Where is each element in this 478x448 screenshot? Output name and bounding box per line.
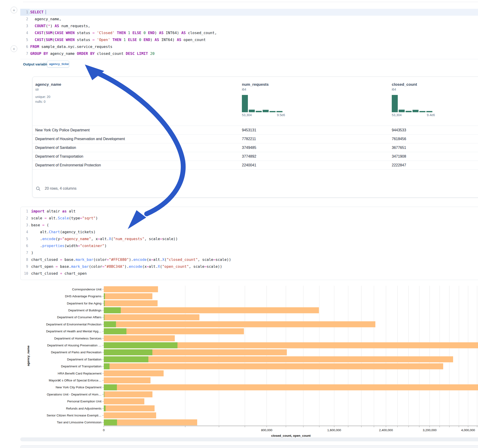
py-code-line-5[interactable]: 5 .encode(y="agency_name", x=alt.X("num_…	[20, 236, 478, 243]
code-text: chart_open = base.mark_bar(color="#8BC34…	[31, 263, 222, 270]
add-cell-button-2[interactable]: +	[11, 45, 17, 52]
sql-code-line-3[interactable]: 3 COUNT(*) AS num_requests,	[20, 23, 478, 30]
table-row[interactable]: Department of Housing Preservation and D…	[32, 134, 478, 143]
line-number: 1	[20, 208, 28, 215]
open-count-bar[interactable]	[104, 342, 177, 348]
python-editor[interactable]: 1import altair as alt2scale = alt.Scale(…	[20, 208, 478, 277]
next-cell-strip[interactable]	[20, 437, 478, 441]
py-code-line-10[interactable]: 10chart_closed + chart_open	[20, 270, 478, 277]
open-count-bar[interactable]	[104, 384, 117, 390]
cell-top-border	[23, 2, 478, 2]
x-tick-label: 4,000,000	[461, 428, 475, 432]
code-text: .encode(y="agency_name", x=alt.X("num_re…	[31, 236, 178, 243]
table-row-count: 20 rows, 4 columns	[45, 187, 76, 191]
column-name: num_requests	[242, 82, 293, 87]
cell-closed-count: 9443533	[392, 126, 406, 134]
closed-count-bar[interactable]	[104, 363, 443, 369]
py-code-line-3[interactable]: 3⌄base = (	[20, 222, 478, 229]
open-count-bar[interactable]	[104, 307, 121, 313]
y-axis-label: Personal Exemption Unit	[67, 400, 101, 403]
open-count-bar[interactable]	[104, 363, 110, 369]
code-text: FROM sample_data.nyc.service_requests	[30, 43, 112, 50]
closed-count-bar[interactable]	[104, 335, 175, 341]
closed-count-bar[interactable]	[104, 391, 152, 397]
table-row[interactable]: Department of Environmental Protection22…	[32, 161, 478, 170]
open-count-bar[interactable]	[104, 300, 105, 306]
open-count-bar[interactable]	[104, 391, 104, 397]
cell-num-requests: 7782211	[242, 135, 256, 143]
sql-code-line-1[interactable]: 1⌄SELECT	[20, 9, 478, 16]
line-number: 6	[20, 43, 28, 50]
open-count-bar[interactable]	[104, 356, 149, 362]
open-count-bar[interactable]	[104, 405, 106, 411]
py-code-line-8[interactable]: 8chart_closed = base.mark_bar(color="#FF…	[20, 256, 478, 263]
closed-count-bar[interactable]	[104, 384, 478, 390]
table-row[interactable]: New York City Police Department945313194…	[32, 126, 478, 134]
closed-count-bar[interactable]	[104, 377, 151, 383]
sql-code-line-5[interactable]: 5 CAST(SUM(CASE WHEN status = 'Open' THE…	[20, 36, 478, 43]
x-tick-label: 0	[103, 428, 105, 432]
py-code-line-1[interactable]: 1import altair as alt	[20, 208, 478, 215]
closed-count-bar[interactable]	[104, 405, 155, 411]
code-text: .properties(width="container")	[31, 243, 107, 249]
y-axis-label: Department of Homeless Services	[54, 337, 101, 340]
closed-count-bar[interactable]	[104, 356, 453, 362]
code-text: chart_closed = base.mark_bar(color="#FFC…	[31, 256, 231, 263]
py-code-line-6[interactable]: 6 .properties(width="container")	[20, 243, 478, 249]
closed-count-bar[interactable]	[104, 307, 319, 313]
y-axis-label: Department of Health and Mental Hyg…	[46, 330, 101, 333]
table-body: New York City Police Department945313194…	[32, 126, 478, 170]
output-variable-pill[interactable]: agency_tickets	[47, 61, 69, 68]
py-code-line-7[interactable]: 7)	[20, 249, 478, 256]
code-text: )	[31, 249, 33, 256]
closed-count-bar[interactable]	[104, 300, 157, 306]
x-tick-label: 800,000	[261, 428, 272, 432]
closed-count-bar[interactable]	[104, 398, 144, 404]
line-number: 2	[20, 215, 28, 222]
py-code-line-9[interactable]: 9chart_open = base.mark_bar(color="#8BC3…	[20, 263, 478, 270]
open-count-bar[interactable]	[104, 349, 152, 355]
py-code-line-2[interactable]: 2scale = alt.Scale(type="sqrt")	[20, 215, 478, 222]
closed-count-bar[interactable]	[104, 321, 375, 327]
column-header-agency_name[interactable]: agency_namestrunique: 20nulls: 0	[35, 82, 61, 104]
sql-code-line-2[interactable]: 2 agency_name,	[20, 16, 478, 23]
output-variable-label: Output variable:	[23, 62, 50, 66]
closed-count-bar[interactable]	[104, 412, 156, 418]
table-row[interactable]: Department of Sanitation37494853677651	[32, 143, 478, 152]
add-cell-button[interactable]: +	[11, 7, 17, 13]
closed-count-bar[interactable]	[104, 419, 197, 425]
line-number: 7	[20, 50, 28, 57]
fold-chevron-icon[interactable]: ⌄	[29, 222, 31, 229]
sql-code-line-4[interactable]: 4 CAST(SUM(CASE WHEN status = 'Closed' T…	[20, 30, 478, 36]
closed-count-bar[interactable]	[104, 293, 152, 299]
text-caret	[46, 10, 46, 14]
open-count-bar[interactable]	[104, 419, 117, 425]
line-number: 8	[20, 256, 28, 263]
open-count-bar[interactable]	[104, 314, 104, 320]
sql-code-line-6[interactable]: 6FROM sample_data.nyc.service_requests	[20, 43, 478, 50]
hist-min: 53,304	[242, 113, 252, 117]
open-count-bar[interactable]	[104, 321, 116, 327]
y-axis-label: HRA Benefit Card Replacement	[58, 372, 101, 375]
line-number: 1	[20, 9, 28, 16]
sql-editor[interactable]: 1⌄SELECT2 agency_name,3 COUNT(*) AS num_…	[20, 9, 478, 57]
line-number: 9	[20, 263, 28, 270]
y-axis-label: Department of Buildings	[68, 309, 101, 312]
py-code-line-4[interactable]: 4 alt.Chart(agency_tickets)	[20, 229, 478, 236]
column-header-closed_count[interactable]: closed_counti6453,3049.4e6	[392, 82, 442, 117]
open-count-bar[interactable]	[104, 293, 105, 299]
closed-count-bar[interactable]	[104, 314, 200, 320]
x-axis-title: closed_count, open_count	[271, 434, 311, 437]
y-axis-label: Department of Environmental Protection	[46, 323, 101, 326]
next-cell-strip-2[interactable]	[20, 445, 478, 448]
table-row[interactable]: Department of Transportation377489234719…	[32, 152, 478, 161]
search-icon[interactable]	[36, 186, 41, 191]
column-stats: unique: 20nulls: 0	[35, 94, 61, 104]
open-count-bar[interactable]	[104, 328, 126, 334]
closed-count-bar[interactable]	[104, 286, 158, 292]
cell-agency-name: New York City Police Department	[35, 126, 90, 134]
sql-code-line-7[interactable]: 7GROUP BY agency_name ORDER BY closed_co…	[20, 50, 478, 57]
table-footer: 20 rows, 4 columns	[36, 184, 76, 193]
closed-count-bar[interactable]	[104, 370, 164, 376]
column-header-num_requests[interactable]: num_requestsi6453,3049.5e6	[242, 82, 293, 117]
